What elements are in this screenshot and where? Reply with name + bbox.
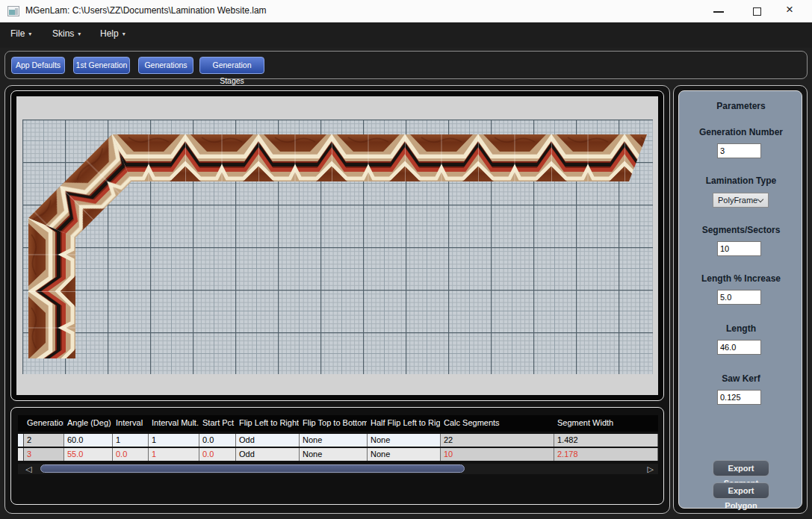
lamination-type-label: Lamination Type bbox=[679, 175, 803, 186]
export-polygon-button[interactable]: Export Polygon bbox=[713, 482, 769, 499]
cell[interactable]: 2 bbox=[24, 434, 64, 447]
generation-number-label: Generation Number bbox=[679, 127, 803, 137]
cell[interactable]: Odd bbox=[236, 448, 300, 461]
cell[interactable]: Odd bbox=[236, 434, 300, 447]
row-header-corner[interactable] bbox=[18, 415, 24, 432]
segments-sectors-field[interactable] bbox=[717, 241, 761, 256]
cell[interactable]: 1 bbox=[113, 434, 149, 447]
table-row: 2 60.0 1 1 0.0 Odd None None 22 1.482 bbox=[18, 434, 658, 448]
cell[interactable]: 22 bbox=[441, 434, 554, 447]
col-flip-lr[interactable]: Flip Left to Right bbox=[236, 415, 300, 432]
menu-help[interactable]: Help▾ bbox=[100, 28, 125, 39]
cell[interactable]: 1.482 bbox=[554, 434, 658, 447]
col-start-pct[interactable]: Start Pct bbox=[199, 415, 236, 432]
generations-button[interactable]: Generations bbox=[138, 57, 193, 74]
cell[interactable]: 3 bbox=[24, 448, 64, 461]
generation-number-field[interactable] bbox=[717, 143, 761, 158]
cell[interactable]: 1 bbox=[149, 434, 199, 447]
chevron-down-icon: ▾ bbox=[28, 31, 31, 37]
generation-stages-button[interactable]: Generation Stages bbox=[199, 57, 264, 74]
chevron-down-icon bbox=[757, 196, 763, 202]
menu-file[interactable]: File▾ bbox=[10, 28, 31, 39]
toolbar: App Defaults 1st Generation Generations … bbox=[4, 51, 808, 79]
cell[interactable]: 2.178 bbox=[554, 448, 658, 461]
col-flip-tb[interactable]: Flip Top to Bottom bbox=[300, 415, 368, 432]
title-bar: MGenLam: C:\Users\ZZ\Documents\Laminatio… bbox=[0, 0, 812, 22]
cell[interactable]: 60.0 bbox=[64, 434, 113, 447]
scroll-right-icon[interactable]: ▷ bbox=[648, 464, 654, 474]
cell[interactable]: 55.0 bbox=[64, 448, 113, 461]
window-title: MGenLam: C:\Users\ZZ\Documents\Laminatio… bbox=[25, 5, 267, 16]
col-interval[interactable]: Interval bbox=[113, 415, 149, 432]
first-generation-button[interactable]: 1st Generation bbox=[73, 57, 130, 74]
saw-kerf-field[interactable] bbox=[717, 390, 761, 405]
table-header-row: Generation Angle (Deg) Interval Interval… bbox=[18, 415, 658, 432]
close-icon[interactable]: × bbox=[786, 2, 793, 17]
scrollbar-thumb[interactable] bbox=[40, 464, 465, 473]
maximize-icon[interactable] bbox=[753, 7, 761, 16]
length-pct-increase-label: Length % Increase bbox=[679, 273, 803, 284]
chevron-down-icon: ▾ bbox=[78, 31, 81, 37]
table-row: 3 55.0 0.0 1 0.0 Odd None None 10 2.178 bbox=[18, 448, 658, 462]
col-segment-width[interactable]: Segment Width bbox=[554, 415, 658, 432]
cell[interactable]: 10 bbox=[441, 448, 554, 461]
col-angle[interactable]: Angle (Deg) bbox=[64, 415, 113, 432]
menu-skins[interactable]: Skins▾ bbox=[52, 28, 81, 39]
length-pct-increase-field[interactable] bbox=[717, 290, 761, 305]
chevron-down-icon: ▾ bbox=[123, 31, 125, 37]
app-defaults-button[interactable]: App Defaults bbox=[11, 57, 65, 74]
cell[interactable]: None bbox=[300, 448, 368, 461]
cell[interactable]: 0.0 bbox=[113, 448, 149, 461]
export-segment-button[interactable]: Export Segment bbox=[713, 460, 769, 476]
parameters-panel: Parameters Generation Number Lamination … bbox=[678, 90, 802, 509]
cell[interactable]: 0.0 bbox=[199, 448, 236, 461]
col-interval-mult[interactable]: Interval Mult. bbox=[149, 415, 199, 432]
col-generation[interactable]: Generation bbox=[24, 415, 64, 432]
cell[interactable]: None bbox=[368, 448, 441, 461]
menu-bar: File▾ Skins▾ Help▾ bbox=[0, 22, 812, 48]
lamination-type-value: PolyFrame bbox=[718, 196, 757, 205]
minimize-icon[interactable] bbox=[713, 11, 724, 13]
col-calc-segments[interactable]: Calc Segments bbox=[441, 415, 554, 432]
cell[interactable]: None bbox=[300, 434, 368, 447]
col-half-flip-lr[interactable]: Half Flip Left to Right bbox=[368, 415, 441, 432]
length-field[interactable] bbox=[717, 340, 761, 355]
cell[interactable]: 0.0 bbox=[199, 434, 236, 447]
cell[interactable]: None bbox=[368, 434, 441, 447]
lamination-pattern bbox=[16, 96, 658, 395]
segments-sectors-label: Segments/Sectors bbox=[679, 225, 803, 235]
horizontal-scrollbar[interactable]: ◁ ▷ bbox=[18, 464, 658, 474]
panel-title: Parameters bbox=[679, 101, 803, 111]
length-label: Length bbox=[679, 323, 803, 334]
app-icon bbox=[7, 6, 19, 16]
cell[interactable]: 1 bbox=[149, 448, 199, 461]
lamination-type-select[interactable]: PolyFrame bbox=[713, 193, 769, 208]
generation-table: Generation Angle (Deg) Interval Interval… bbox=[18, 415, 658, 462]
saw-kerf-label: Saw Kerf bbox=[679, 373, 803, 384]
lamination-canvas bbox=[16, 96, 658, 395]
scroll-left-icon[interactable]: ◁ bbox=[25, 464, 31, 474]
row-header[interactable] bbox=[18, 448, 24, 461]
row-header[interactable] bbox=[18, 434, 24, 447]
